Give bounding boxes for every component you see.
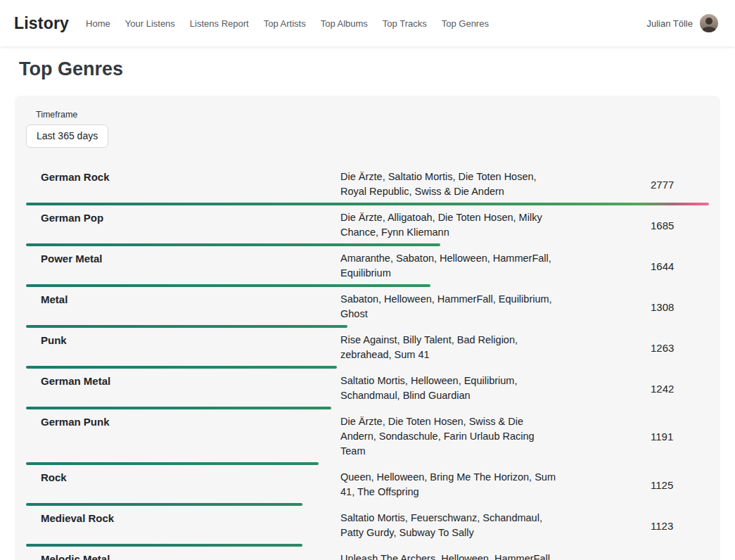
genre-artists: Unleash The Archers, Helloween, HammerFa… — [340, 552, 557, 560]
timeframe-selector[interactable]: Last 365 days — [26, 125, 108, 148]
nav-item-listens-report[interactable]: Listens Report — [190, 18, 249, 29]
genre-name: Punk — [26, 333, 340, 346]
genre-row: Medieval Rock Saltatio Mortis, Feuerschw… — [26, 506, 709, 547]
app-logo[interactable]: Listory — [14, 14, 69, 33]
user-menu[interactable]: Julian Tölle — [646, 14, 718, 32]
main-nav: Home Your Listens Listens Report Top Art… — [86, 18, 646, 29]
genre-row: German Rock Die Ärzte, Saltatio Mortis, … — [26, 165, 709, 205]
genre-row: Rock Queen, Helloween, Bring Me The Hori… — [26, 465, 709, 506]
genre-name: Melodic Metal — [26, 552, 340, 560]
genre-artists: Rise Against, Billy Talent, Bad Religion… — [340, 333, 557, 362]
genre-name: Rock — [26, 470, 340, 483]
genre-count: 1263 — [651, 342, 674, 354]
top-genres-panel: Timeframe Last 365 days German Rock Die … — [15, 96, 720, 560]
genre-name: German Punk — [26, 414, 340, 428]
page-title: Top Genres — [19, 58, 735, 80]
timeframe-label: Timeframe — [36, 110, 709, 120]
genre-artists: Die Ärzte, Saltatio Mortis, Die Toten Ho… — [340, 170, 557, 199]
genre-name: German Pop — [26, 210, 340, 224]
genre-table-body: German Rock Die Ärzte, Saltatio Mortis, … — [26, 165, 709, 560]
genre-artists: Die Ärzte, Alligatoah, Die Toten Hosen, … — [340, 210, 557, 240]
genre-count: 1191 — [651, 431, 673, 443]
genre-row: German Metal Saltatio Mortis, Helloween,… — [26, 369, 709, 409]
genre-count: 1644 — [651, 260, 674, 272]
nav-item-top-albums[interactable]: Top Albums — [321, 18, 368, 29]
genre-count: 1125 — [651, 479, 673, 491]
genre-artists: Die Ärzte, Die Toten Hosen, Swiss & Die … — [340, 414, 557, 459]
genre-row: Punk Rise Against, Billy Talent, Bad Rel… — [26, 328, 709, 369]
user-avatar[interactable] — [700, 14, 718, 32]
top-navbar: Listory Home Your Listens Listens Report… — [0, 0, 735, 46]
genre-name: Metal — [26, 292, 340, 305]
genre-row: German Punk Die Ärzte, Die Toten Hosen, … — [26, 409, 709, 465]
genre-count: 1308 — [651, 301, 674, 313]
nav-item-top-tracks[interactable]: Top Tracks — [383, 18, 427, 29]
genre-count: 1685 — [651, 219, 674, 231]
genre-count: 2777 — [651, 179, 674, 191]
nav-item-top-artists[interactable]: Top Artists — [264, 18, 306, 29]
genre-row: Metal Sabaton, Helloween, HammerFall, Eq… — [26, 287, 709, 328]
nav-item-home[interactable]: Home — [86, 18, 110, 29]
genre-name: Medieval Rock — [26, 511, 340, 524]
nav-item-your-listens[interactable]: Your Listens — [125, 18, 175, 29]
genre-row: Melodic Metal Unleash The Archers, Hello… — [26, 547, 709, 560]
genre-artists: Saltatio Mortis, Feuerschwanz, Schandmau… — [340, 511, 557, 540]
genre-name: German Rock — [26, 170, 340, 183]
user-name: Julian Tölle — [646, 18, 693, 29]
genre-row: German Pop Die Ärzte, Alligatoah, Die To… — [26, 205, 709, 246]
genre-artists: Sabaton, Helloween, HammerFall, Equilibr… — [340, 292, 557, 322]
nav-item-top-genres[interactable]: Top Genres — [442, 18, 489, 29]
genre-artists: Amaranthe, Sabaton, Helloween, HammerFal… — [340, 251, 557, 281]
genre-row: Power Metal Amaranthe, Sabaton, Hellowee… — [26, 246, 709, 287]
genre-name: Power Metal — [26, 251, 340, 265]
genre-count: 1123 — [651, 520, 673, 532]
genre-name: German Metal — [26, 374, 340, 387]
genre-artists: Saltatio Mortis, Helloween, Equilibrium,… — [340, 374, 557, 403]
genre-count: 1242 — [651, 383, 674, 395]
genre-artists: Queen, Helloween, Bring Me The Horizon, … — [340, 470, 557, 499]
